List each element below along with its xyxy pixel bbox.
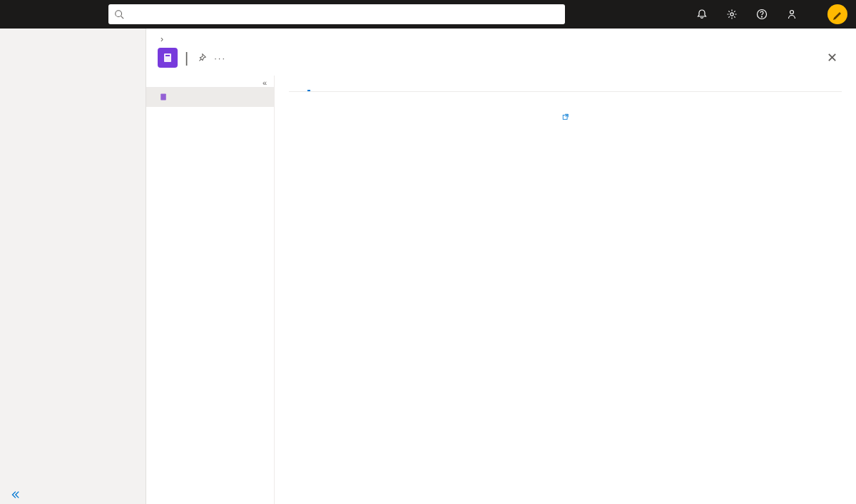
search-icon <box>114 9 124 19</box>
svg-point-2 <box>730 13 733 16</box>
pim-icon <box>158 48 178 68</box>
feedback-icon[interactable] <box>778 0 806 29</box>
svg-point-0 <box>116 11 122 17</box>
learn-more-link[interactable] <box>562 110 569 121</box>
secnav-quick-start[interactable] <box>146 87 274 107</box>
search-input[interactable] <box>128 9 559 20</box>
quickstart-icon <box>158 91 169 103</box>
svg-rect-7 <box>165 55 170 56</box>
secondary-nav-collapse[interactable]: « <box>146 78 274 87</box>
svg-point-4 <box>762 16 763 17</box>
hero-body <box>295 109 837 123</box>
svg-rect-6 <box>164 53 171 62</box>
tabs <box>289 76 842 92</box>
global-search[interactable] <box>108 4 565 24</box>
close-button[interactable]: ✕ <box>820 47 845 68</box>
tab-whats-new[interactable] <box>289 78 292 91</box>
notifications-icon[interactable] <box>688 0 716 29</box>
chevron-right-icon: › <box>160 34 163 44</box>
more-icon[interactable]: ··· <box>214 53 226 63</box>
page-subtitle <box>146 68 856 76</box>
page-title: | <box>185 50 188 66</box>
settings-icon[interactable] <box>718 0 746 29</box>
pin-icon[interactable] <box>197 53 207 63</box>
svg-line-1 <box>121 16 124 19</box>
primary-sidebar <box>0 29 146 504</box>
breadcrumb: › <box>146 29 856 44</box>
tab-get-started[interactable] <box>307 78 310 91</box>
help-icon[interactable] <box>748 0 776 29</box>
secondary-nav: « <box>146 76 275 504</box>
svg-point-5 <box>790 11 794 14</box>
svg-rect-8 <box>160 94 166 101</box>
avatar[interactable] <box>827 4 847 24</box>
sidebar-collapse-button[interactable] <box>0 485 146 504</box>
